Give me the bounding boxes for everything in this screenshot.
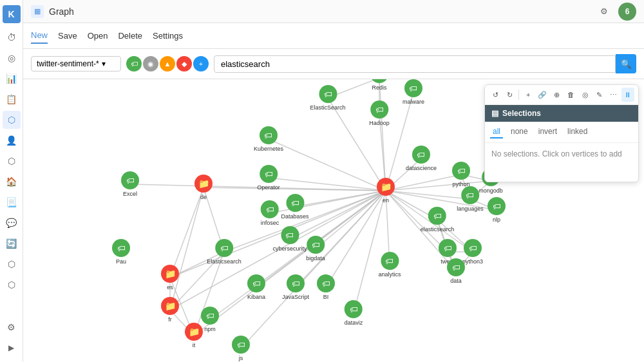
svg-line-6	[386, 175, 461, 191]
filter-tag-icon[interactable]: 🏷	[126, 56, 142, 71]
search-button[interactable]: 🔍	[616, 54, 636, 73]
node-it[interactable]: 📁it	[185, 323, 203, 348]
node-npm[interactable]: 🏷npm	[201, 307, 219, 332]
tab-linked[interactable]: linked	[565, 126, 590, 138]
tab-all[interactable]: all	[490, 126, 503, 138]
node-nlp[interactable]: 🏷nlp	[488, 197, 506, 223]
node-elasticsearch_top[interactable]: 🏷ElasticSearch	[310, 85, 345, 111]
delete-panel-button[interactable]: 🗑	[564, 88, 577, 102]
page-title: Graph	[49, 6, 595, 17]
search-bar: twitter-sentiment-* ▾ 🏷 ◉ ▲ ◆ + 🔍	[23, 49, 644, 79]
panel-toolbar: ↺ ↻ + 🔗 ⊕ 🗑 ◎ ✎ ⋯ ⏸	[485, 85, 638, 105]
titlebar-actions: ⚙ 6	[595, 3, 636, 21]
node-redis[interactable]: 🏷Redis	[370, 79, 388, 91]
search-input[interactable]	[214, 55, 616, 73]
sidebar-item-chart[interactable]: 📊	[3, 70, 21, 88]
sidebar-item-graph[interactable]: ⬡	[3, 111, 21, 129]
filter-circle-icon[interactable]: ◉	[143, 56, 158, 71]
save-button[interactable]: Save	[58, 28, 77, 43]
chevron-down-icon: ▾	[102, 59, 106, 68]
node-databases[interactable]: 🏷Databases	[281, 194, 308, 220]
node-javascript[interactable]: 🏷JavaScript	[282, 274, 309, 300]
svg-line-4	[269, 139, 386, 191]
node-cybersecurity[interactable]: 🏷cybersecurity	[272, 226, 307, 252]
settings-toolbar-button[interactable]: Settings	[153, 28, 183, 43]
node-infosec[interactable]: 🏷infosec	[261, 200, 279, 226]
node-dataviz[interactable]: 🏷dataviz	[345, 300, 363, 326]
node-operator[interactable]: 🏷Operator	[257, 165, 280, 191]
tab-none[interactable]: none	[508, 126, 531, 138]
sidebar: K ⏱ ◎ 📊 📋 ⬡ 👤 ⬡ 🏠 📃 💬 🔄 ⬡ ⬡ ⚙ ▶	[0, 0, 23, 362]
search-input-wrap: 🔍	[214, 54, 636, 73]
node-de[interactable]: 📁de	[194, 175, 213, 200]
filter-diamond-icon[interactable]: ◆	[176, 56, 192, 71]
sidebar-item-refresh[interactable]: 🔄	[3, 234, 21, 252]
filter-triangle-icon[interactable]: ▲	[160, 56, 175, 71]
app-logo: K	[3, 5, 21, 23]
sidebar-item-home[interactable]: 🏠	[3, 173, 21, 191]
svg-line-26	[326, 191, 386, 287]
sidebar-item-settings[interactable]: ⚙	[3, 318, 21, 336]
node-elasticsearch_node[interactable]: 🏷Elasticsearch	[207, 239, 242, 265]
node-es[interactable]: 📁es	[161, 265, 179, 291]
svg-line-8	[269, 178, 386, 191]
sidebar-item-list[interactable]: 📋	[3, 90, 21, 108]
more-button[interactable]: ⋯	[607, 88, 620, 102]
title-icon: ▦	[31, 5, 44, 18]
node-fr[interactable]: 📁fr	[161, 297, 179, 323]
node-analytics[interactable]: 🏷analytics	[378, 252, 401, 278]
node-python3[interactable]: 🏷python3	[462, 239, 483, 265]
node-en[interactable]: 📁en	[377, 178, 395, 204]
node-languages[interactable]: 🏷languages	[457, 186, 484, 212]
titlebar: ▦ Graph ⚙ 6	[23, 0, 644, 23]
settings-button[interactable]: ⚙	[595, 3, 613, 21]
node-js[interactable]: 🏷js	[232, 336, 250, 361]
svg-line-45	[170, 187, 204, 278]
target-button[interactable]: ◎	[579, 88, 592, 102]
tab-invert[interactable]: invert	[536, 126, 560, 138]
main-area: ▦ Graph ⚙ 6 New Save Open Delete Setting…	[23, 0, 644, 362]
filter-add-icon[interactable]: +	[193, 56, 209, 71]
panel-header: ▤ Selections	[485, 105, 638, 122]
add-panel-button[interactable]: +	[522, 88, 535, 102]
svg-line-0	[379, 79, 386, 191]
node-hadoop[interactable]: 🏷Hadoop	[369, 100, 390, 126]
node-kibana[interactable]: 🏷Kibana	[247, 274, 265, 300]
sidebar-item-alert[interactable]: ⬡	[3, 276, 21, 294]
sidebar-item-user[interactable]: 👤	[3, 131, 21, 149]
node-malware[interactable]: 🏷malware	[402, 79, 424, 105]
sidebar-item-star[interactable]: ⬡	[3, 255, 21, 273]
node-bi[interactable]: 🏷BI	[317, 274, 335, 300]
node-bigdata[interactable]: 🏷bigdata	[306, 236, 325, 262]
index-dropdown[interactable]: twitter-sentiment-* ▾	[31, 56, 121, 71]
node-excel[interactable]: 🏷Excel	[121, 171, 139, 197]
sidebar-expand-btn[interactable]: ▶	[3, 339, 21, 357]
sidebar-item-doc[interactable]: 📃	[3, 193, 21, 211]
node-kubernetes[interactable]: 🏷Kubernetes	[254, 126, 283, 152]
sidebar-item-clock[interactable]: ⏱	[3, 28, 21, 46]
pause-button[interactable]: ⏸	[621, 88, 634, 102]
edit-button[interactable]: ✎	[593, 88, 606, 102]
sidebar-item-search[interactable]: ◎	[3, 49, 21, 67]
undo-button[interactable]: ↺	[489, 88, 502, 102]
node-datascience[interactable]: 🏷datascience	[406, 146, 437, 171]
merge-button[interactable]: ⊕	[550, 88, 563, 102]
panel-tabs: all none invert linked	[485, 122, 638, 143]
delete-button[interactable]: Delete	[118, 28, 142, 43]
node-pau[interactable]: 🏷Pau	[112, 239, 130, 265]
node-elasticsearch_mid[interactable]: 🏷elasticsearch	[421, 207, 455, 233]
redo-button[interactable]: ↻	[503, 88, 516, 102]
node-python[interactable]: 🏷python	[452, 162, 470, 187]
link-button[interactable]: 🔗	[536, 88, 549, 102]
sidebar-item-hex[interactable]: ⬡	[3, 152, 21, 170]
avatar[interactable]: 6	[618, 3, 636, 21]
svg-line-46	[170, 187, 204, 310]
new-button[interactable]: New	[31, 28, 48, 44]
node-data[interactable]: 🏷data	[447, 258, 465, 284]
filter-icons: 🏷 ◉ ▲ ◆ +	[126, 56, 209, 71]
graph-area[interactable]: 🏷Redis🏷malware🏷ElasticSearch🏷Hadoop🏷Kube…	[23, 79, 644, 362]
panel-title: Selections	[502, 109, 541, 118]
svg-line-10	[204, 187, 386, 191]
sidebar-item-chat[interactable]: 💬	[3, 214, 21, 232]
open-button[interactable]: Open	[88, 28, 108, 43]
